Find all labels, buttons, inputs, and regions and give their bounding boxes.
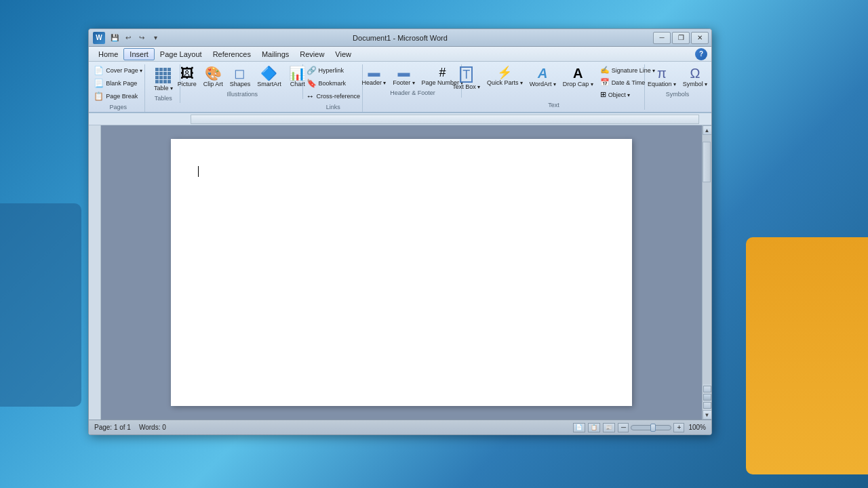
quick-access-toolbar: 💾 ↩ ↪ ▾ — [109, 33, 161, 43]
blank-page-button[interactable]: 📃 Blank Page — [91, 77, 145, 89]
page-break-button[interactable]: 📋 Page Break — [91, 90, 145, 102]
hyperlink-button[interactable]: 🔗 Hyperlink — [304, 64, 363, 77]
text-cursor — [198, 166, 199, 177]
header-button[interactable]: ▬ Header — [359, 64, 389, 88]
symbol-button[interactable]: Ω Symbol — [680, 64, 710, 89]
document-canvas — [101, 125, 702, 420]
clip-art-label: Clip Art — [203, 81, 223, 87]
table-button[interactable]: Table — [151, 64, 176, 94]
help-button[interactable]: ? — [695, 48, 707, 60]
scroll-extras — [702, 384, 712, 410]
menu-review[interactable]: Review — [294, 49, 330, 60]
quick-parts-button[interactable]: ⚡ Quick Parts — [484, 64, 526, 88]
header-label: Header — [362, 79, 387, 86]
tables-group-label: Tables — [155, 95, 172, 102]
smartart-icon: 🔷 — [260, 66, 277, 80]
menu-page-layout[interactable]: Page Layout — [155, 49, 208, 60]
tables-buttons: Table — [151, 64, 176, 94]
text-box-label: Text Box — [452, 83, 480, 90]
footer-button[interactable]: ▬ Footer — [390, 64, 417, 88]
picture-label: Picture — [178, 81, 197, 87]
quick-parts-icon: ⚡ — [497, 66, 512, 79]
date-time-icon: 📅 — [600, 78, 610, 87]
ribbon: 📄 Cover Page 📃 Blank Page 📋 Page Break P… — [89, 62, 711, 113]
status-bar: Page: 1 of 1 Words: 0 📄 📋 📰 ─ + 100% — [89, 420, 711, 434]
menu-insert[interactable]: Insert — [123, 48, 155, 60]
shapes-button[interactable]: ◻ Shapes — [227, 64, 254, 89]
hyperlink-label: Hyperlink — [319, 67, 344, 74]
full-screen-view-button[interactable]: 📋 — [588, 423, 600, 432]
cross-reference-button[interactable]: ↔ Cross-reference — [304, 90, 363, 102]
shapes-icon: ◻ — [234, 66, 245, 80]
status-left: Page: 1 of 1 Words: 0 — [94, 424, 166, 431]
menu-view[interactable]: View — [330, 49, 357, 60]
redo-button[interactable]: ↪ — [136, 33, 147, 43]
restore-button[interactable]: ❐ — [672, 32, 690, 44]
bookmark-label: Bookmark — [319, 80, 347, 87]
footer-icon: ▬ — [397, 66, 410, 79]
drop-cap-button[interactable]: A Drop Cap — [560, 64, 596, 89]
zoom-level: 100% — [688, 424, 706, 431]
browse-next-button[interactable] — [703, 402, 711, 409]
window-title: Document1 - Microsoft Word — [353, 34, 448, 42]
bookmark-button[interactable]: 🔖 Bookmark — [304, 77, 363, 89]
smartart-button[interactable]: 🔷 SmartArt — [254, 64, 284, 89]
object-icon: ⊞ — [600, 90, 606, 99]
pages-small-buttons: 📄 Cover Page 📃 Blank Page 📋 Page Break — [91, 64, 145, 102]
web-layout-view-button[interactable]: 📰 — [603, 423, 615, 432]
chart-label: Chart — [290, 81, 305, 87]
shapes-label: Shapes — [230, 81, 251, 87]
page-break-label: Page Break — [106, 93, 138, 100]
bookmark-icon: 🔖 — [307, 79, 317, 88]
scroll-up-button[interactable]: ▲ — [703, 125, 712, 135]
document-page[interactable] — [171, 139, 632, 406]
blank-page-label: Blank Page — [106, 80, 137, 87]
menu-home[interactable]: Home — [93, 49, 123, 60]
minimize-button[interactable]: ─ — [653, 32, 671, 44]
browse-previous-button[interactable] — [703, 386, 711, 392]
zoom-out-button[interactable]: ─ — [618, 423, 629, 432]
undo-button[interactable]: ↩ — [123, 33, 134, 43]
vertical-scrollbar: ▲ ▼ — [702, 125, 711, 420]
print-layout-view-button[interactable]: 📄 — [573, 423, 585, 432]
horizontal-ruler — [191, 115, 699, 124]
drop-cap-label: Drop Cap — [563, 81, 593, 87]
equation-label: Equation — [648, 81, 676, 87]
zoom-slider-thumb[interactable] — [650, 424, 656, 432]
menu-references[interactable]: References — [208, 49, 256, 60]
headerfooter-group-label: Header & Footer — [390, 89, 435, 96]
ribbon-group-text: T Text Box ⚡ Quick Parts A WordArt A Dro… — [463, 64, 645, 110]
scroll-thumb[interactable] — [703, 142, 711, 182]
text-box-button[interactable]: T Text Box — [450, 64, 483, 92]
scroll-track[interactable] — [703, 135, 711, 384]
links-buttons: 🔗 Hyperlink 🔖 Bookmark ↔ Cross-reference — [304, 64, 363, 102]
browse-object-button[interactable] — [703, 394, 711, 401]
table-icon — [154, 66, 172, 85]
cover-page-button[interactable]: 📄 Cover Page — [91, 64, 145, 77]
picture-icon: 🖼 — [180, 66, 194, 80]
word-window: W 💾 ↩ ↪ ▾ Document1 - Microsoft Word ─ ❐… — [88, 28, 712, 435]
menu-mailings[interactable]: Mailings — [256, 49, 294, 60]
close-button[interactable]: ✕ — [691, 32, 709, 44]
wordart-icon: A — [538, 66, 547, 80]
symbol-icon: Ω — [690, 66, 700, 80]
scroll-down-button[interactable]: ▼ — [703, 410, 712, 420]
wordart-button[interactable]: A WordArt — [527, 64, 559, 89]
symbol-label: Symbol — [683, 81, 707, 87]
zoom-slider[interactable] — [631, 425, 671, 430]
page-info: Page: 1 of 1 — [94, 424, 131, 431]
header-icon: ▬ — [368, 66, 380, 79]
links-group-label: Links — [326, 104, 340, 110]
equation-button[interactable]: π Equation — [645, 64, 679, 89]
text-box-icon: T — [460, 66, 473, 83]
pages-buttons: 📄 Cover Page 📃 Blank Page 📋 Page Break — [91, 64, 145, 102]
picture-button[interactable]: 🖼 Picture — [175, 64, 199, 89]
clip-art-button[interactable]: 🎨 Clip Art — [201, 64, 226, 89]
customize-quick-access-button[interactable]: ▾ — [150, 33, 161, 43]
page-break-icon: 📋 — [94, 92, 104, 101]
equation-icon: π — [657, 66, 667, 80]
pages-group-label: Pages — [109, 104, 127, 110]
zoom-in-button[interactable]: + — [673, 423, 684, 432]
save-button[interactable]: 💾 — [109, 33, 120, 43]
ribbon-group-pages: 📄 Cover Page 📃 Blank Page 📋 Page Break P… — [92, 64, 145, 112]
